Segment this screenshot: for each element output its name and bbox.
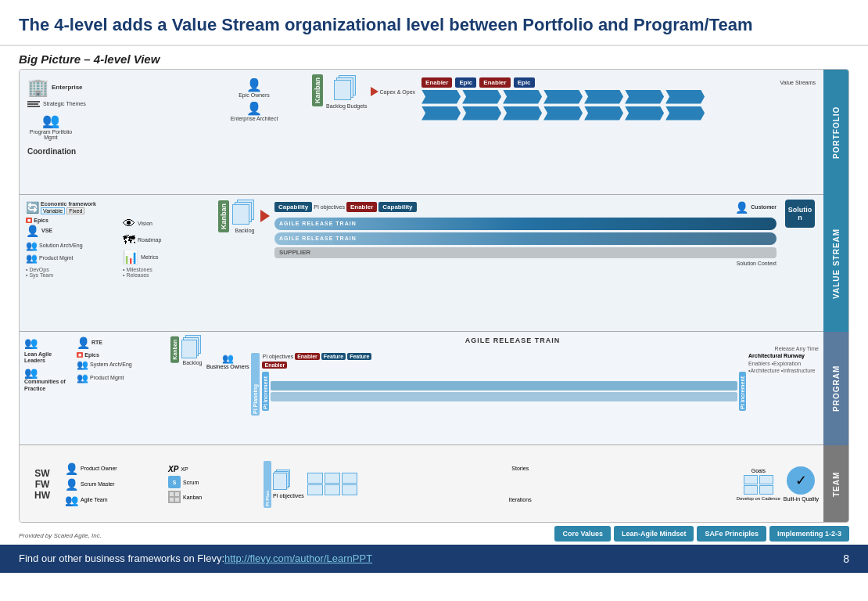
stories-label: Stories xyxy=(307,466,733,471)
enabler-prog2: Enabler xyxy=(262,362,287,369)
sys-team-label: Sys Team xyxy=(29,272,53,278)
value-stream-label: VALUE STREAM xyxy=(823,195,848,332)
solution-arch-eng: Solution Arch/Eng xyxy=(39,243,83,248)
economic-framework: Economic framework xyxy=(41,201,96,207)
enabler1-badge: Enabler xyxy=(421,77,452,88)
chevron3 xyxy=(503,90,542,104)
epic1-badge: Epic xyxy=(455,77,476,88)
enterprise-label: Enterprise xyxy=(52,84,83,91)
backlog-program: Backlog xyxy=(181,360,203,365)
backlog-vs: Backlog xyxy=(232,228,257,233)
feature-prog1: Feature xyxy=(321,353,346,360)
scrum-label: Scrum xyxy=(183,480,199,485)
lean-agile-mindset-box: Lean-Agile Mindset xyxy=(614,526,694,542)
goals-label: Goals xyxy=(751,468,766,473)
pi-obj-program: PI objectives xyxy=(262,354,293,359)
value-stream-section: 🔄 Economic framework Variable Fixed ■ Ep… xyxy=(20,195,823,332)
product-mgmt-vs: Product Mgmt xyxy=(39,255,74,261)
chevron4 xyxy=(543,90,583,104)
chevron8 xyxy=(421,106,461,121)
supplier-label: SUPPLIER xyxy=(279,249,310,256)
implementing-box: Implementing 1-2-3 xyxy=(769,526,849,542)
chevron12 xyxy=(584,106,623,121)
diagram-content: 🏢 Enterprise Strategic Themes 👥 xyxy=(20,70,823,522)
pi-increment-1: PI Increment xyxy=(262,372,269,411)
pi-planning: PI Planning xyxy=(251,353,260,416)
release-any-time: Release Any Time xyxy=(206,346,819,351)
develop-on-cadence: Develop on Cadence xyxy=(737,496,780,501)
scrum-master: Scrum Master xyxy=(81,481,115,487)
page-header: The 4-level adds a Value Stream organiza… xyxy=(0,0,868,46)
sw-fw-hw: SW FW HW xyxy=(23,468,62,501)
safe-principles-box: SAFe Principles xyxy=(697,526,766,542)
footer-text: Find our other business frameworks on Fl… xyxy=(19,552,224,564)
capex-opex: Capex & Opex xyxy=(380,89,416,95)
page-title: The 4-level adds a Value Stream organiza… xyxy=(19,14,849,37)
strategic-themes: Strategic Themes xyxy=(43,101,86,106)
epics-vs: Epics xyxy=(34,218,48,223)
solution-context: Solution Context xyxy=(737,261,777,266)
footer-link[interactable]: http://flevy.com/author/LearnPPT xyxy=(224,552,372,564)
milestones-label: Milestones xyxy=(126,267,152,272)
program-section: 👥 Lean Agile Leaders 👥 Communities of Pr… xyxy=(20,332,823,445)
chevron-row-2 xyxy=(421,106,816,121)
capability2-badge: Capability xyxy=(378,202,416,212)
portfolio-label: PORTFOLIO xyxy=(823,70,848,195)
devops-label: DevOps xyxy=(29,267,48,272)
product-owner: Product Owner xyxy=(81,466,117,471)
epics-program: Epics xyxy=(84,352,99,358)
enabler2-badge: Enabler xyxy=(479,77,510,88)
vision-label: Vision xyxy=(138,221,152,226)
releases-label: Releases xyxy=(126,272,149,278)
epic2-badge: Epic xyxy=(514,77,535,88)
backlog-budgets: Backlog Budgets xyxy=(326,103,368,109)
enterprise-architect: Enterprise Architect xyxy=(231,116,278,121)
program-portfolio-mgmt: Program Portfolio Mgmt xyxy=(27,129,74,140)
kanban-portfolio: Kanban xyxy=(312,74,323,106)
chevron14 xyxy=(665,106,705,121)
rte-label: RTE xyxy=(91,340,102,345)
chevron5 xyxy=(584,90,623,104)
communities-of-practice: Communities of Practice xyxy=(24,379,72,392)
chevron13 xyxy=(625,106,664,121)
art-section-label: AGILE RELEASE TRAIN xyxy=(206,336,819,344)
feature-prog2: Feature xyxy=(347,353,371,360)
pi-objectives-vs: PI objectives xyxy=(314,204,345,210)
architectural-runway: Architectural Runway xyxy=(748,353,819,358)
chevron1 xyxy=(421,90,461,104)
roadmap-label: Roadmap xyxy=(138,237,161,243)
arrow-capex-opex xyxy=(371,87,378,96)
footer: Find our other business frameworks on Fl… xyxy=(0,545,868,573)
coordination-label: Coordination xyxy=(27,147,76,156)
chevron-row-1 xyxy=(421,90,816,104)
chevron11 xyxy=(543,106,583,121)
side-labels: PORTFOLIO VALUE STREAM PROGRAM TEAM xyxy=(823,70,848,522)
system-arch-eng: System Arch/Eng xyxy=(90,362,132,367)
diagram-subtitle: Big Picture – 4-level View xyxy=(0,46,868,69)
iterations-label: Iterations xyxy=(307,497,733,502)
chevron10 xyxy=(503,106,542,121)
program-label: PROGRAM xyxy=(823,332,848,445)
xp-label: XP xyxy=(181,466,188,472)
epic-owners: Epic Owners xyxy=(239,92,270,98)
page-number: 8 xyxy=(843,552,849,565)
kanban-program: Kanban xyxy=(170,336,179,363)
metrics-label: Metrics xyxy=(141,254,159,260)
enabler-prog1: Enabler xyxy=(295,353,320,360)
provided-by: Provided by Scaled Agile, Inc. xyxy=(19,527,102,541)
portfolio-section: 🏢 Enterprise Strategic Themes 👥 xyxy=(20,70,823,195)
customer-label: Customer xyxy=(751,204,777,210)
lean-agile-leaders: Lean Agile Leaders xyxy=(24,351,72,365)
product-mgmt-program: Product Mgmt xyxy=(90,375,124,380)
kanban-team-label: Kanban xyxy=(183,495,202,500)
enablers-list: Enablers •Exploration •Architecture •Inf… xyxy=(748,360,819,376)
main-diagram: PORTFOLIO VALUE STREAM PROGRAM TEAM 🏢 En… xyxy=(19,69,849,523)
chevron7 xyxy=(665,90,705,104)
core-values-box: Core Values xyxy=(554,526,611,542)
kanban-vs: Kanban xyxy=(218,200,229,232)
chevron2 xyxy=(462,90,501,104)
enabler-vs-badge: Enabler xyxy=(346,202,377,212)
chevron9 xyxy=(462,106,501,121)
capability1-badge: Capability xyxy=(274,202,312,212)
built-in-quality: Built-in Quality xyxy=(784,496,819,502)
